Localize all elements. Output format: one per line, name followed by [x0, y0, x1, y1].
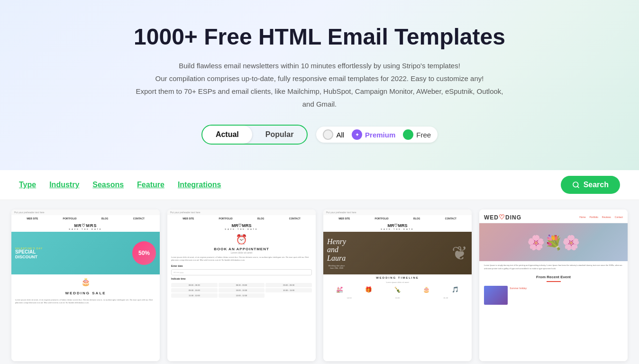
- t2-time-grid: 08:00 - 08:30 08:30 - 09:00 09:00 - 09:3…: [171, 283, 312, 298]
- subtitle-line3: Export them to 70+ ESPs and email client…: [135, 85, 504, 110]
- filter-industry[interactable]: Industry: [49, 179, 79, 191]
- t1-banner-text: VALENTINE'S DAY SPECIAL DISCOUNT: [15, 247, 43, 259]
- t4-divider: [547, 281, 561, 282]
- template-preview-3: Put your preheader text here WEB SITEPOR…: [323, 209, 472, 361]
- t3-icons-row: 💒 🎁 🍾 🎂 🎵: [323, 283, 472, 296]
- t1-percent: 50%: [132, 241, 156, 265]
- search-label: Search: [584, 181, 609, 189]
- radio-free: [403, 129, 413, 140]
- filter-seasons[interactable]: Seasons: [92, 179, 124, 191]
- t3-icon4: 🎂: [423, 286, 430, 293]
- t3-logo: MR♡MRS SAVE·THE·DATE: [323, 222, 472, 232]
- search-button[interactable]: Search: [561, 176, 620, 194]
- filter-free[interactable]: Free: [403, 129, 431, 140]
- premium-check-icon: ✦: [355, 132, 359, 138]
- hero-section: 1000+ Free HTML Email Templates Build fl…: [0, 0, 639, 170]
- tab-popular[interactable]: Popular: [252, 126, 307, 144]
- t2-clock-icon: ⏰: [167, 232, 316, 247]
- t3-icon5: 🎵: [452, 286, 459, 293]
- toggle-row: Actual Popular All ✦ Premium Free: [19, 125, 620, 145]
- filter-feature[interactable]: Feature: [137, 179, 164, 191]
- t3-nav: WEB SITEPORTFOLIOBLOGCONTACT: [323, 215, 472, 222]
- t4-recent-info: Summer holiday: [510, 286, 527, 305]
- t1-nav: WEB SITEPORTFOLIOBLOGCONTACT: [11, 215, 160, 222]
- templates-grid: Put your preheader text here WEB SITEPOR…: [0, 200, 639, 364]
- filter-all-label: All: [336, 131, 344, 139]
- t1-preheader: Put your preheader text here: [11, 209, 160, 215]
- t4-recent-label: Summer holiday: [510, 286, 527, 290]
- t1-body: Lorem ipsum dolor sit amet, et vix regio…: [11, 297, 160, 306]
- subtitle-line1: Build flawless email newsletters within …: [135, 59, 504, 72]
- search-icon: [572, 181, 580, 189]
- t3-icon2: 🎁: [365, 286, 372, 293]
- t2-logo: MR♡MRS SAVE·THE·DATE: [167, 222, 316, 232]
- t4-section-title: From Recent Event: [479, 273, 628, 280]
- t3-names: Henry and Laura Wedding take place June …: [327, 237, 346, 269]
- subtitle-line2: Our compilation comprises up-to-date, fu…: [135, 72, 504, 85]
- filter-premium-label: Premium: [365, 131, 395, 139]
- t3-ornament: ❦: [452, 242, 468, 264]
- filter-premium[interactable]: ✦ Premium: [352, 129, 395, 140]
- t3-banner: Henry and Laura Wedding take place June …: [323, 232, 472, 274]
- t2-date-input: dd.mm.yyyy: [171, 269, 312, 275]
- t3-timeline-title: WEDDING TIMELINE: [323, 274, 472, 281]
- t4-recent-row: Summer holiday: [479, 284, 628, 307]
- t2-book-title: BOOK AN APPOINTMENT: [167, 247, 316, 251]
- t4-body: Lorem Ipsum is simply dummy text of the …: [479, 261, 628, 273]
- filter-nav: Type Industry Seasons Feature Integratio…: [0, 170, 639, 200]
- template-card-3[interactable]: Put your preheader text here WEB SITEPOR…: [323, 209, 472, 361]
- template-preview-1: Put your preheader text here WEB SITEPOR…: [11, 209, 160, 361]
- t2-nav: WEB SITEPORTFOLIOBLOGCONTACT: [167, 215, 316, 222]
- filter-integrations[interactable]: Integrations: [178, 179, 221, 191]
- t2-date-label: Enter date: [167, 264, 316, 268]
- template-card-2[interactable]: Put your preheader text here WEB SITEPOR…: [167, 209, 316, 361]
- filter-all[interactable]: All: [323, 129, 344, 140]
- template-preview-4: WED♡DING HomePortfolioReviewsContact 🌸💐🌸…: [479, 209, 628, 361]
- t4-logo: WED♡DING: [484, 213, 521, 221]
- t4-flowers-icon: 🌸💐🌸: [527, 234, 580, 251]
- t3-icon1: 💒: [336, 286, 343, 293]
- t1-wedding-title: WEDDING SALE: [11, 289, 160, 297]
- radio-all: [323, 129, 333, 140]
- t1-logo: MR♡MRS SAVE·THE·DATE: [11, 222, 160, 232]
- filter-nav-links: Type Industry Seasons Feature Integratio…: [19, 179, 561, 191]
- t4-nav: HomePortfolioReviewsContact: [579, 216, 623, 218]
- t3-preheader: Put your preheader text here: [323, 209, 472, 215]
- tab-group: Actual Popular: [201, 125, 308, 145]
- template-preview-2: Put your preheader text here WEB SITEPOR…: [167, 209, 316, 361]
- hero-subtitle: Build flawless email newsletters within …: [135, 59, 504, 110]
- filter-type[interactable]: Type: [19, 179, 36, 191]
- svg-line-1: [577, 186, 579, 188]
- t3-icon3: 🍾: [394, 286, 401, 293]
- filter-group: All ✦ Premium Free: [316, 127, 438, 143]
- t2-preheader: Put your preheader text here: [167, 209, 316, 215]
- t4-header: WED♡DING HomePortfolioReviewsContact: [479, 209, 628, 223]
- t2-body: Lorem ipsum dolor sit amet, et vix regio…: [167, 254, 316, 264]
- filter-free-label: Free: [416, 131, 431, 139]
- page-title: 1000+ Free HTML Email Templates: [19, 24, 620, 50]
- t3-times-row: 14:5016:0016:30: [323, 296, 472, 300]
- radio-premium: ✦: [352, 129, 362, 140]
- t1-banner: VALENTINE'S DAY SPECIAL DISCOUNT 50%: [11, 232, 160, 274]
- t4-recent-image: [484, 286, 508, 305]
- t1-cake-icon: 🎂: [11, 274, 160, 289]
- template-card-4[interactable]: WED♡DING HomePortfolioReviewsContact 🌸💐🌸…: [479, 209, 628, 361]
- t2-time-label: Indicate time: [167, 276, 316, 281]
- tab-actual[interactable]: Actual: [202, 126, 252, 144]
- template-card-1[interactable]: Put your preheader text here WEB SITEPOR…: [11, 209, 160, 361]
- t4-image: 🌸💐🌸: [479, 223, 628, 261]
